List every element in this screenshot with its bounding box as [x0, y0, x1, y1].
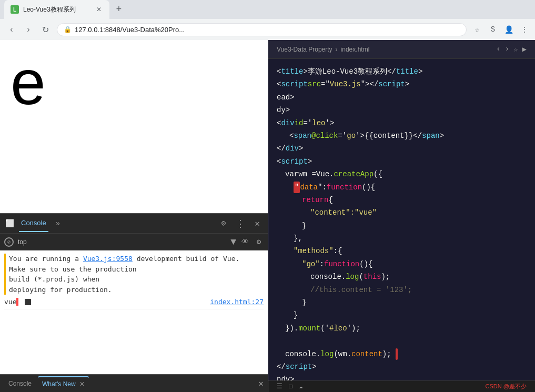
browser-page: e [0, 40, 268, 213]
active-tab[interactable]: L Leo-Vue3教程系列 ✕ [4, 0, 109, 19]
code-line: <title>李游Leo-Vue3教程系列</title> [268, 65, 535, 78]
code-line: }).mount('#leo'); [268, 322, 535, 335]
breadcrumb-file: index.html [341, 46, 370, 53]
console-divider [4, 309, 264, 309]
code-nav-back-icon[interactable]: ‹ [496, 45, 500, 54]
main-area: e ⬜ Console » ⚙ ⋮ ✕ ⊘ ▼ 👁 ⚙ [0, 40, 535, 392]
status-icon-1[interactable]: ☰ [277, 383, 282, 390]
devtools-bottom-tabs: Console What's New ✕ ✕ [0, 374, 268, 392]
code-line: console.log(this); [268, 270, 535, 283]
bookmark-icon[interactable]: ☆ [471, 23, 483, 36]
url-text: 127.0.0.1:8848/Vue3-Data%20Pro... [75, 26, 185, 34]
page-content-letter: e [11, 51, 46, 114]
tab-title: Leo-Vue3教程系列 [23, 5, 76, 14]
console-value-row: vue index.html:27 [4, 297, 264, 307]
filter-settings-icon[interactable]: ⚙ [254, 237, 264, 247]
tab-favicon: L [11, 5, 19, 14]
profile-icon[interactable]: 👤 [502, 23, 515, 36]
devtools-inspector-icon[interactable]: ⬜ [4, 218, 15, 229]
tab-close-button[interactable]: ✕ [95, 5, 103, 14]
code-play-icon[interactable]: ▶ [522, 45, 527, 54]
console-tab[interactable]: Console [19, 215, 48, 232]
breadcrumb: Vue3-Data Property › index.html [277, 46, 369, 53]
code-line: "methods":{ [268, 245, 535, 257]
status-bar: ☰ □ ☁ CSDN @差不少 [268, 380, 535, 392]
devtools-close-button[interactable]: ✕ [251, 217, 264, 230]
extension-icon[interactable]: S [487, 23, 499, 36]
code-line: console.log(wm.content); [268, 348, 535, 360]
code-nav-icons: ‹ › ☆ ▶ [496, 45, 527, 54]
console-output: You are running a Vue3.js:9558 developme… [0, 250, 268, 374]
browser-chrome: L Leo-Vue3教程系列 ✕ + ‹ › ↻ 🔒 127.0.0.1:884… [0, 0, 535, 40]
code-line: dy> [268, 104, 535, 116]
code-line: "go":function(){ [268, 258, 535, 270]
refresh-button[interactable]: ↻ [38, 22, 53, 37]
code-line: <span @click='go'>{{content}}</span> [268, 129, 535, 142]
address-bar: ‹ › ↻ 🔒 127.0.0.1:8848/Vue3-Data%20Pro..… [0, 19, 535, 40]
code-line: var wm = Vue.createApp({ [268, 168, 535, 180]
code-editor: <title>李游Leo-Vue3教程系列</title> <script sr… [268, 59, 535, 380]
code-line: "data":function(){ [268, 181, 535, 194]
status-icon-2[interactable]: □ [289, 383, 292, 390]
url-box[interactable]: 🔒 127.0.0.1:8848/Vue3-Data%20Pro... [57, 23, 467, 36]
toolbar-icons: ☆ S 👤 ⋮ [471, 23, 531, 36]
code-line: <div id='leo'> [268, 117, 535, 129]
filter-dropdown-icon[interactable]: ▼ [230, 237, 236, 247]
cursor-icon [25, 299, 31, 305]
console-warning-message: You are running a Vue3.js:9558 developme… [4, 254, 264, 295]
console-source-link[interactable]: index.html:27 [210, 298, 264, 306]
code-line: return { [268, 194, 535, 206]
code-line: <script> [268, 155, 535, 168]
status-icons: ☰ □ ☁ [277, 383, 302, 390]
code-line: </div> [268, 142, 535, 155]
bottom-panel-close-button[interactable]: ✕ [258, 378, 264, 389]
highlight-content [396, 348, 398, 360]
code-bookmark-icon[interactable]: ☆ [513, 45, 518, 54]
nav-buttons: ‹ › ↻ [4, 22, 53, 37]
code-line: ndv> [268, 373, 535, 380]
code-line: } [268, 219, 535, 232]
tab-bar: L Leo-Vue3教程系列 ✕ + [0, 0, 535, 19]
code-line: <script src="Vue3.js"></script> [268, 78, 535, 91]
left-panel: e ⬜ Console » ⚙ ⋮ ✕ ⊘ ▼ 👁 ⚙ [0, 40, 268, 392]
menu-icon[interactable]: ⋮ [518, 23, 531, 36]
console-highlight-1 [16, 298, 18, 306]
warning-link[interactable]: Vue3.js:9558 [83, 255, 133, 263]
code-line: "content":"vue" [268, 206, 535, 219]
forward-button[interactable]: › [21, 22, 36, 37]
devtools-settings-icon[interactable]: ⚙ [217, 217, 230, 230]
devtools-filter-bar: ⊘ ▼ 👁 ⚙ [0, 234, 268, 250]
breadcrumb-folder: Vue3-Data Property [277, 46, 332, 53]
secure-icon: 🔒 [64, 26, 72, 33]
filter-eye-icon[interactable]: 👁 [240, 237, 250, 247]
whats-new-tab-label: What's New [42, 380, 76, 388]
back-button[interactable]: ‹ [4, 22, 19, 37]
code-line: </script> [268, 360, 535, 373]
devtools-more-options-icon[interactable]: ⋮ [234, 217, 247, 230]
code-line: } [268, 296, 535, 309]
whats-new-tab[interactable]: What's New ✕ [38, 376, 89, 391]
code-line: ead> [268, 91, 535, 104]
code-nav-forward-icon[interactable]: › [505, 45, 509, 54]
console-output-value: vue [4, 298, 18, 306]
console-bottom-tab[interactable]: Console [4, 377, 36, 390]
warning-text-before: You are running a [9, 255, 83, 263]
code-line: //this.content = '123'; [268, 284, 535, 296]
console-filter-input[interactable] [18, 238, 226, 246]
code-line: } [268, 309, 535, 321]
devtools-panel: ⬜ Console » ⚙ ⋮ ✕ ⊘ ▼ 👁 ⚙ You are runnin… [0, 213, 268, 392]
whats-new-tab-close[interactable]: ✕ [79, 380, 85, 388]
status-icon-3[interactable]: ☁ [299, 383, 302, 390]
code-line: }, [268, 232, 535, 245]
clear-console-button[interactable]: ⊘ [4, 237, 14, 247]
brand-label: CSDN @差不少 [486, 383, 527, 390]
more-tabs-button[interactable]: » [53, 217, 63, 230]
code-top-bar: Vue3-Data Property › index.html ‹ › ☆ ▶ [268, 40, 535, 59]
new-tab-button[interactable]: + [112, 2, 126, 17]
highlight-data: " [294, 182, 300, 193]
code-line [268, 335, 535, 347]
right-panel: Vue3-Data Property › index.html ‹ › ☆ ▶ … [268, 40, 535, 392]
devtools-top-bar: ⬜ Console » ⚙ ⋮ ✕ [0, 214, 268, 234]
